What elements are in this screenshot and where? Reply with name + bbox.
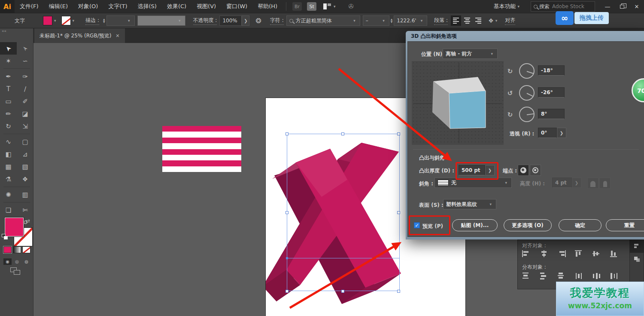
stock-icon[interactable]: St: [307, 2, 316, 11]
striped-flag-artwork[interactable]: [162, 126, 241, 172]
arrange-documents-icon[interactable]: [323, 3, 331, 9]
selection-handle[interactable]: [286, 211, 289, 214]
menu-help[interactable]: 帮助(H): [252, 0, 283, 13]
reset-button[interactable]: 重置: [606, 219, 644, 231]
draw-normal-button[interactable]: ◉: [3, 258, 12, 265]
cap-off-button[interactable]: [530, 165, 541, 176]
rotate-z-field[interactable]: 8°: [538, 109, 565, 119]
selection-handle[interactable]: [397, 290, 400, 293]
none-mode-button[interactable]: [22, 246, 30, 253]
distribute-center-h-button[interactable]: [592, 272, 602, 280]
align-top-button[interactable]: [574, 249, 584, 258]
glyph-options-icon[interactable]: ❖: [488, 17, 494, 24]
pen-tool[interactable]: ✒: [0, 70, 17, 83]
fill-color-swatch[interactable]: [43, 16, 52, 25]
font-family-select[interactable]: 方正超粗黑简体 ▾: [286, 15, 360, 26]
distribute-right-button[interactable]: [609, 272, 620, 280]
color-mode-button[interactable]: [3, 246, 12, 253]
type-tool[interactable]: T: [0, 83, 17, 95]
scale-tool[interactable]: ⇲: [17, 120, 33, 132]
menu-file[interactable]: 文件(F): [15, 0, 44, 13]
distribute-center-v-button[interactable]: [539, 272, 549, 280]
surface-select[interactable]: 塑料效果底纹 ▾: [443, 199, 496, 209]
chevron-down-icon[interactable]: ▾: [73, 18, 75, 23]
blend-tool[interactable]: ❖: [17, 173, 33, 185]
graph-tool[interactable]: ▥: [17, 188, 33, 201]
rotate-y-dial[interactable]: [519, 85, 535, 101]
menu-type[interactable]: 文字(T): [103, 0, 132, 13]
anchor-point[interactable]: [286, 257, 288, 259]
align-center-v-button[interactable]: [592, 249, 602, 258]
character-label[interactable]: 字符 :: [270, 17, 284, 25]
symbol-sprayer-tool[interactable]: ✺: [0, 188, 17, 201]
paintbrush-tool[interactable]: ✐: [17, 95, 33, 107]
distribute-left-button[interactable]: [574, 272, 584, 280]
bridge-icon[interactable]: Br: [292, 2, 302, 11]
document-tab[interactable]: 未标题-1* @ 25% (RGB/预览) ✕: [34, 28, 125, 43]
align-panel-label[interactable]: 对齐: [505, 17, 515, 25]
menu-select[interactable]: 选择(S): [132, 0, 161, 13]
direct-selection-tool[interactable]: ➢: [17, 42, 33, 55]
menu-effect[interactable]: 效果(C): [162, 0, 191, 13]
selection-tool[interactable]: ➤: [0, 42, 17, 55]
rotate-y-field[interactable]: -26°: [538, 87, 565, 98]
stroke-stepper[interactable]: ▲▼: [103, 18, 105, 23]
magic-wand-tool[interactable]: ✶: [0, 55, 17, 67]
menu-edit[interactable]: 编辑(E): [44, 0, 73, 13]
close-button[interactable]: ✕: [629, 0, 644, 13]
menu-window[interactable]: 窗口(W): [221, 0, 252, 13]
menu-object[interactable]: 对象(O): [73, 0, 103, 13]
align-bottom-button[interactable]: [609, 249, 620, 258]
align-right-button[interactable]: [556, 249, 567, 258]
swap-fill-stroke-icon[interactable]: ⇄: [26, 218, 30, 224]
align-panel-tab-icon[interactable]: [630, 240, 644, 253]
screen-mode-button[interactable]: [10, 267, 23, 276]
opacity-label[interactable]: 不透明度 :: [193, 17, 217, 25]
rotate-tool[interactable]: ↻: [0, 120, 17, 132]
gradient-tool[interactable]: ▧: [17, 160, 33, 173]
eraser-tool[interactable]: ◪: [17, 107, 33, 120]
workspace-switcher[interactable]: 基本功能 ▾: [489, 3, 526, 10]
stock-search-input[interactable]: 搜索 Adobe Stock: [531, 1, 595, 12]
shaper-tool[interactable]: ✏: [0, 107, 17, 120]
selection-handle[interactable]: [286, 290, 289, 293]
selection-handle[interactable]: [341, 290, 344, 293]
align-left-button[interactable]: [521, 249, 532, 258]
stroke-weight-label[interactable]: 描边 :: [85, 17, 99, 25]
line-tool[interactable]: ∕: [17, 83, 33, 95]
rotate-x-dial[interactable]: [519, 63, 535, 79]
artboard-tool[interactable]: ❏: [0, 204, 17, 216]
align-right-button[interactable]: [473, 15, 483, 26]
chevron-down-icon[interactable]: ▾: [495, 18, 498, 23]
font-size-stepper[interactable]: ▲▼: [391, 18, 393, 23]
slice-tool[interactable]: ✄: [17, 204, 33, 216]
font-style-select[interactable]: – ▾: [363, 15, 389, 26]
selection-handle[interactable]: [341, 132, 344, 135]
rotate-x-field[interactable]: -18°: [538, 65, 565, 76]
more-options-button[interactable]: 更多选项 (O): [504, 219, 552, 231]
rectangle-tool[interactable]: ▭: [0, 95, 17, 107]
lasso-tool[interactable]: ∽: [17, 55, 33, 67]
align-left-button[interactable]: [451, 15, 461, 26]
cloud-upload-icon[interactable]: ∞: [556, 11, 574, 25]
gpu-performance-icon[interactable]: ✇: [349, 3, 354, 10]
menu-view[interactable]: 视图(V): [191, 0, 221, 13]
draw-behind-button[interactable]: ◎: [13, 258, 21, 265]
curvature-tool[interactable]: ✑: [17, 70, 33, 83]
draw-inside-button[interactable]: ◍: [22, 258, 30, 265]
shape-builder-tool[interactable]: ◧: [0, 148, 17, 160]
map-art-button[interactable]: 贴图 (M)...: [452, 219, 498, 231]
position-select[interactable]: 离轴 - 前方 ▾: [443, 49, 498, 59]
perspective-expand-button[interactable]: ❯: [557, 128, 566, 138]
align-center-button[interactable]: [462, 15, 472, 26]
selection-handle[interactable]: [397, 211, 400, 214]
font-size-select[interactable]: 1222.6' ▾: [394, 15, 427, 26]
selection-handle[interactable]: [286, 132, 289, 135]
width-profile-select[interactable]: ▾: [137, 15, 185, 26]
width-tool[interactable]: ∿: [0, 135, 17, 148]
paragraph-label[interactable]: 段落 :: [434, 17, 448, 25]
stroke-weight-select[interactable]: ▾: [106, 15, 135, 26]
stroke-color-swatch[interactable]: [61, 16, 71, 25]
pathfinder-panel-tab-icon[interactable]: [630, 253, 644, 266]
chevron-down-icon[interactable]: ▾: [334, 4, 336, 9]
